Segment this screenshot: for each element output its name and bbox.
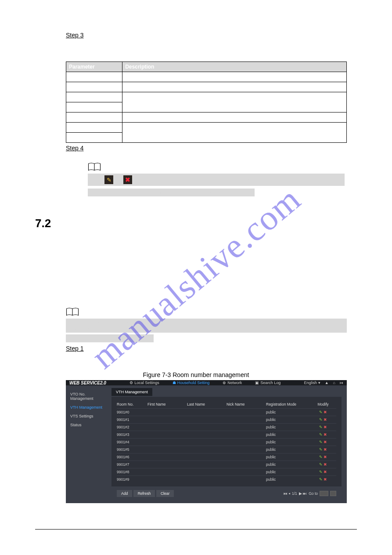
desc-cell: Keep default value.	[122, 82, 347, 92]
section-title: VTH Management	[60, 218, 141, 230]
note-bar-3: The room number can contain 6 digits of …	[66, 319, 347, 333]
shot-logo: WEB SERVICE2.0	[69, 381, 106, 385]
param-cell: Password	[66, 133, 122, 143]
cell-reg: public	[266, 432, 310, 437]
cell-reg: public	[266, 425, 310, 429]
desc-header: Description	[122, 62, 347, 72]
pager-text: 1/1	[292, 491, 297, 496]
subsection-title: Adding Room Number	[66, 276, 357, 284]
nav-local-settings[interactable]: ⚙ Local Settings	[129, 381, 159, 385]
side-vto-no-mgmt[interactable]: VTO No. Management	[66, 390, 109, 403]
cell-reg: public	[266, 447, 310, 452]
param-cell: IP Address	[66, 112, 122, 123]
figure-caption: Figure 7-3 Room number management	[35, 371, 357, 378]
row-delete-icon[interactable]: ✖	[324, 417, 327, 422]
nav-search-log[interactable]: ▣ Search Log	[255, 381, 281, 385]
row-delete-icon[interactable]: ✖	[324, 440, 327, 444]
edit-icon: ✎	[104, 175, 113, 184]
param-header: Parameter	[66, 62, 122, 72]
note-icon	[66, 307, 357, 319]
cell-reg: public	[266, 455, 310, 459]
cell-room: 9901#5	[117, 447, 147, 452]
desc-cell: The user name and password used to log i…	[122, 123, 347, 143]
col-modify: Modify	[310, 402, 336, 406]
desc-cell: Available only when other servers work a…	[122, 92, 347, 112]
nav-label: Search Log	[260, 381, 281, 385]
refresh-button[interactable]: Refresh	[133, 490, 155, 497]
cell-reg: public	[266, 470, 310, 474]
shot-sidebar: VTO No. Management VTH Management VTS Se…	[66, 385, 109, 503]
side-vts-settings[interactable]: VTS Settings	[66, 412, 109, 421]
row-delete-icon[interactable]: ✖	[324, 447, 327, 452]
table-row: 9901#4public✎✖	[117, 438, 336, 446]
step4-text: Click Save.	[88, 153, 357, 160]
row-edit-icon[interactable]: ✎	[319, 477, 323, 482]
note-bar-2: that you have logged in to cannot be mod…	[88, 189, 255, 196]
nav-label: Network	[227, 381, 242, 385]
cell-room: 9901#0	[117, 410, 147, 414]
pager-input[interactable]	[320, 491, 328, 496]
row-edit-icon[interactable]: ✎	[319, 447, 323, 452]
cell-room: 9901#4	[117, 440, 147, 444]
table-7-1-caption: Table 7-1 Add door stations	[35, 50, 357, 57]
row-delete-icon[interactable]: ✖	[324, 470, 327, 474]
screenshot-vth-management: WEB SERVICE2.0 ⚙ Local Settings ☗ Househ…	[66, 380, 347, 503]
pager-go-button[interactable]	[330, 491, 336, 496]
pager: ⏮ ◀ 1/1 ▶ ⏭ Go to	[284, 491, 336, 496]
row-edit-icon[interactable]: ✎	[319, 425, 323, 429]
row-edit-icon[interactable]: ✎	[319, 440, 323, 444]
row-edit-icon[interactable]: ✎	[319, 410, 323, 414]
shot-footer-buttons: Add Refresh Clear	[117, 490, 174, 497]
cell-reg: public	[266, 417, 310, 422]
row-delete-icon[interactable]: ✖	[324, 425, 327, 429]
param-cell: Register Password	[66, 82, 122, 92]
nav-household-setting[interactable]: ☗ Household Setting	[173, 381, 210, 385]
row-delete-icon[interactable]: ✖	[324, 432, 327, 437]
shot-topbar: WEB SERVICE2.0 ⚙ Local Settings ☗ Househ…	[66, 380, 347, 385]
row-delete-icon[interactable]: ✖	[324, 477, 327, 482]
row-edit-icon[interactable]: ✎	[319, 417, 323, 422]
pager-goto-label: Go to	[309, 491, 318, 496]
home-icon[interactable]: ⌂	[333, 381, 335, 385]
row-edit-icon[interactable]: ✎	[319, 470, 323, 474]
pager-prev[interactable]: ⏮ ◀	[284, 491, 290, 496]
section-paragraph: You can add room numbers to the SIP serv…	[66, 239, 357, 263]
cell-reg: public	[266, 410, 310, 414]
clear-button[interactable]: Clear	[156, 490, 174, 497]
add-button[interactable]: Add	[117, 490, 132, 497]
note-bar-1: Click ✎ or ✖ Click or to modify or delet…	[88, 174, 345, 186]
subsection-text: You can add the planned room number to t…	[66, 288, 357, 304]
row-edit-icon[interactable]: ✎	[319, 455, 323, 459]
step1-label: Step 1	[66, 345, 357, 352]
table-row: 9901#7public✎✖	[117, 461, 336, 468]
row-delete-icon[interactable]: ✖	[324, 455, 327, 459]
step4-label: Step 4	[66, 145, 357, 152]
step3-text: Configure parameters.	[88, 40, 357, 47]
logout-icon[interactable]: ↦	[340, 381, 343, 385]
cell-reg: public	[266, 440, 310, 444]
lang-select[interactable]: English ▾	[304, 381, 320, 385]
cell-room: 9901#1	[117, 417, 147, 422]
side-vth-mgmt[interactable]: VTH Management	[66, 403, 109, 412]
table-row: 9901#3public✎✖	[117, 431, 336, 438]
param-table: Parameter Description Rec No.The VTO num…	[66, 62, 347, 143]
grid-header: Room No. First Name Last Name Nick Name …	[117, 400, 336, 408]
desc-cell: IP address of the target VTO.	[122, 112, 347, 123]
row-delete-icon[interactable]: ✖	[324, 462, 327, 467]
col-reg-mode: Registration Mode	[266, 402, 310, 406]
row-edit-icon[interactable]: ✎	[319, 432, 323, 437]
cell-reg: public	[266, 462, 310, 467]
pager-next[interactable]: ▶ ⏭	[299, 491, 307, 496]
col-room-no: Room No.	[117, 402, 147, 406]
row-edit-icon[interactable]: ✎	[319, 462, 323, 467]
cell-room: 9901#8	[117, 470, 147, 474]
section-number: 7.2	[35, 217, 51, 230]
note-icon	[88, 162, 357, 174]
tab-vth-management[interactable]: VTH Management	[111, 388, 152, 396]
nav-network[interactable]: ⊕ Network	[223, 381, 242, 385]
side-status[interactable]: Status	[66, 421, 109, 429]
table-row: 9901#6public✎✖	[117, 453, 336, 461]
user-icon[interactable]: ▲	[325, 381, 329, 385]
row-delete-icon[interactable]: ✖	[324, 410, 327, 414]
table-row: 9901#5public✎✖	[117, 446, 336, 453]
